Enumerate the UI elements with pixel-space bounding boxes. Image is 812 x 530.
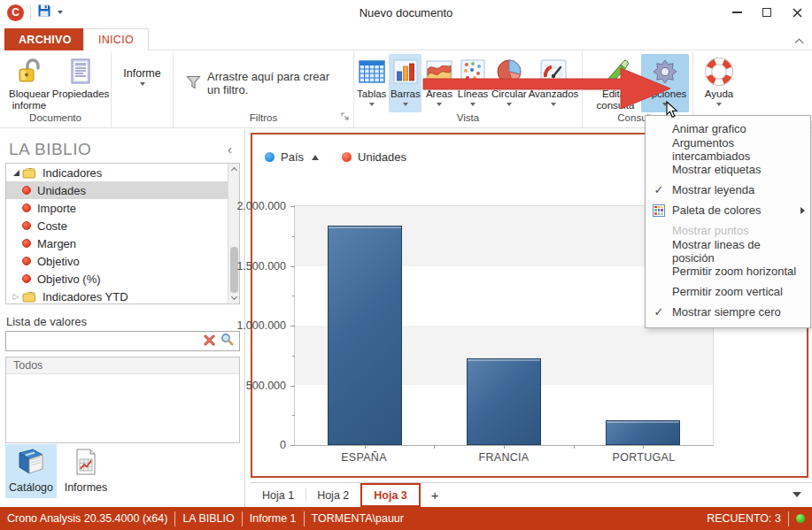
menu-item-label: Mostrar etiquetas [672,163,761,176]
library-title: LA BIBLIO [9,140,91,159]
dialog-launcher-icon[interactable] [341,109,350,125]
app-logo-icon[interactable]: C [7,4,24,21]
divider [174,511,175,526]
legend-item-unidades[interactable]: Unidades [342,150,406,164]
tab-archivo[interactable]: ARCHIVO [4,28,86,50]
tree-expanded-icon[interactable] [10,170,22,176]
indicator-dot-icon [22,257,31,265]
menu-item-paleta-de-colores[interactable]: Paleta de colores [646,200,810,220]
sheet-list-dropdown-icon[interactable] [793,492,801,497]
x-tick [643,445,644,449]
search-icon[interactable] [220,333,234,349]
tree-item-label: Indicadores [43,166,102,180]
values-list[interactable]: Todos [5,357,240,443]
pencil-icon [601,56,630,88]
gear-icon [651,56,679,88]
barras-button[interactable]: Barras [389,54,421,112]
close-icon [793,8,802,18]
menu-item-mostrar-leyenda[interactable]: ✓Mostrar leyenda [646,180,810,200]
sidebar-bottom-toolbar: Catálogo Informes [5,444,112,498]
maximize-button[interactable] [752,0,782,25]
legend-label: Unidades [358,150,406,164]
status-user: TORMENTA\pauur [312,512,404,525]
add-sheet-button[interactable]: + [421,483,450,507]
scroll-down-icon[interactable] [228,292,240,303]
tree-collapsed-icon[interactable]: ▷ [10,292,22,301]
tree-item-indicadores-ytd[interactable]: ▷ Indicadores YTD [6,288,228,304]
filter-hint-text: Arrastre aquí para crear un filtro. [207,70,341,96]
menu-item-label: Permitir zoom vertical [672,285,783,298]
indicator-tree: Indicadores Unidades Importe Coste Marge… [5,163,240,304]
tab-inicio[interactable]: INICIO [83,28,149,51]
chevron-down-icon [551,103,556,106]
scroll-up-icon[interactable] [228,164,240,175]
folder-icon [22,167,37,179]
table-icon [359,56,385,88]
tree-scrollbar[interactable] [228,164,239,303]
x-tick [504,445,505,449]
menu-item-argumentos-intercambiados[interactable]: Argumentos intercambiados [646,139,810,159]
sheet-tab-hoja1[interactable]: Hoja 1 [251,483,305,507]
status-library: LA BIBLIO [182,512,234,525]
informes-button[interactable]: Informes [60,444,112,498]
y-tick [290,445,295,446]
minimize-button[interactable] [722,0,752,25]
areas-button[interactable]: Áreas [423,54,454,112]
tree-item-coste[interactable]: Coste [6,217,228,234]
lock-open-icon [16,56,43,88]
chevron-down-icon [369,103,375,106]
status-bar: Crono Analysis 20.35.4000 (x64) LA BIBLI… [0,507,812,530]
tree-item-unidades[interactable]: Unidades [6,181,228,199]
divider [242,511,243,526]
sheet-tab-hoja2[interactable]: Hoja 2 [305,483,360,507]
catalogo-button[interactable]: Catálogo [5,444,57,498]
menu-item-permitir-zoom-vertical[interactable]: Permitir zoom vertical [646,281,810,302]
group-label-vista: Vista [354,112,582,127]
sheet-tab-hoja3[interactable]: Hoja 3 [360,483,421,507]
clear-search-icon[interactable] [204,334,215,349]
avanzados-button[interactable]: Avanzados [529,54,578,112]
tree-item-objetivo-pct[interactable]: Objetivo (%) [6,270,228,288]
divider [788,511,789,526]
save-icon[interactable] [37,4,51,21]
bloquear-informe-button[interactable]: Bloquear informe [4,54,55,112]
y-tick-label: 1.000.000 [224,319,286,332]
informe-dropdown-button[interactable]: Informe [116,65,169,118]
legend-dot-blue [265,152,275,162]
y-tick-label: 0 [224,439,286,451]
button-label: Circular [491,88,527,100]
tree-item-label: Unidades [37,184,86,197]
sidebar-collapse-icon[interactable]: ‹ [228,142,232,157]
tree-item-importe[interactable]: Importe [6,199,228,217]
filter-drop-zone[interactable]: Arrastre aquí para crear un filtro. [177,70,350,96]
sort-ascending-icon [312,155,319,160]
tree-item-indicadores[interactable]: Indicadores [6,164,228,181]
tree-item-objetivo[interactable]: Objetivo [6,252,228,270]
editar-consulta-button[interactable]: Editar consulta [590,54,641,112]
tablas-button[interactable]: Tablas [356,54,387,112]
tree-item-margen[interactable]: Margen [6,234,228,252]
button-label: Informe [123,67,160,80]
y-tick-label: 500.000 [224,380,286,392]
values-list-header[interactable]: Todos [6,357,239,374]
ayuda-button[interactable]: Ayuda [697,54,741,112]
quick-access-dropdown-icon[interactable] [58,11,63,14]
maximize-icon [762,8,771,17]
button-label: Tablas [357,88,386,100]
title-bar: Nuevo documento C [0,0,812,27]
menu-item-mostrar-lineas-de-posicion[interactable]: Mostrar lineas de posición [646,241,810,261]
menu-item-permitir-zoom-horizontal[interactable]: Permitir zoom horizontal [646,261,810,281]
lineas-button[interactable]: Líneas [456,54,489,112]
gauge-icon [540,56,567,88]
menu-item-mostrar-siempre-cero[interactable]: ✓Mostrar siempre cero [646,302,810,322]
collapse-ribbon-button[interactable] [796,34,803,41]
circular-button[interactable]: Circular [491,54,527,112]
opciones-button[interactable]: Opciones [641,54,689,112]
values-search-input[interactable] [5,331,240,351]
menu-item-label: Mostrar puntos [672,224,749,237]
legend-item-pais[interactable]: País [265,150,319,164]
indicator-dot-icon [22,239,31,248]
close-button[interactable] [782,0,812,25]
tree-item-label: Coste [37,219,67,233]
propiedades-button[interactable]: Propiedades [55,54,106,112]
